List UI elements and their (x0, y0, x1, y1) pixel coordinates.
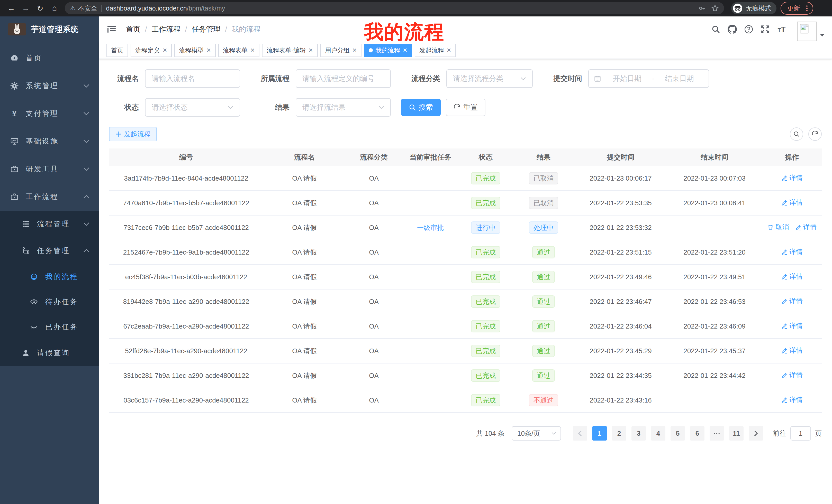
browser-menu-icon[interactable] (804, 5, 810, 11)
status-select[interactable]: 请选择状态 (145, 98, 240, 117)
prev-page-button[interactable] (573, 426, 587, 441)
detail-link[interactable]: 详情 (781, 395, 803, 404)
close-icon[interactable]: ✕ (250, 47, 255, 54)
goto-page-input[interactable]: 1 (790, 426, 811, 441)
breadcrumb-item[interactable]: 任务管理 (192, 24, 220, 34)
tab-process-form-edit[interactable]: 流程表单-编辑✕ (262, 44, 317, 57)
page-button-4[interactable]: 4 (651, 426, 666, 441)
font-size-icon[interactable]: TT (773, 25, 790, 34)
sidebar-item-my-process[interactable]: 我的流程 (0, 264, 99, 289)
sidebar-item-payment[interactable]: ¥支付管理 (0, 100, 99, 128)
close-icon[interactable]: ✕ (206, 47, 211, 54)
cancel-link[interactable]: 取消 (767, 223, 789, 232)
flow-icon (22, 247, 30, 255)
detail-link[interactable]: 详情 (781, 272, 803, 281)
header-search-icon[interactable] (707, 25, 724, 34)
start-process-button[interactable]: 发起流程 (109, 127, 157, 141)
next-page-button[interactable] (749, 426, 763, 441)
process-name-input[interactable]: 请输入流程名 (145, 69, 240, 88)
cell-end-time (667, 215, 762, 240)
sidebar-item-process-mgmt[interactable]: 流程管理 (0, 211, 99, 237)
detail-link[interactable]: 详情 (781, 297, 803, 306)
tab-home[interactable]: 首页 (106, 44, 128, 57)
breadcrumb-item[interactable]: 首页 (126, 24, 140, 34)
page-button-5[interactable]: 5 (671, 426, 685, 441)
sidebar-item-workflow[interactable]: 工作流程 (0, 183, 99, 211)
cell-status: 进行中 (459, 215, 513, 240)
detail-link[interactable]: 详情 (781, 346, 803, 355)
refresh-table-button[interactable] (808, 128, 822, 141)
page-button-6[interactable]: 6 (690, 426, 704, 441)
cell-result: 处理中 (513, 215, 574, 240)
bookmark-star-icon[interactable] (711, 4, 719, 12)
result-select[interactable]: 请选择流结果 (296, 98, 391, 117)
sidebar-item-system[interactable]: 系统管理 (0, 72, 99, 100)
help-icon[interactable] (740, 25, 757, 34)
parent-process-input[interactable]: 请输入流程定义的编号 (296, 69, 391, 88)
sidebar-item-home[interactable]: 首页 (0, 44, 99, 72)
tab-process-definition[interactable]: 流程定义✕ (131, 44, 172, 57)
sidebar-item-todo-tasks[interactable]: 待办任务 (0, 289, 99, 314)
browser-reload-icon[interactable]: ↻ (33, 2, 47, 15)
browser-forward-icon[interactable]: → (19, 2, 33, 15)
detail-link[interactable]: 详情 (781, 247, 803, 256)
sidebar-item-done-tasks[interactable]: 已办任务 (0, 314, 99, 340)
close-icon[interactable]: ✕ (402, 47, 407, 54)
cell-process-name: OA 请假 (263, 314, 345, 339)
status-badge: 已完成 (471, 394, 500, 407)
detail-link[interactable]: 详情 (795, 223, 816, 232)
cell-actions: 详情 (762, 388, 822, 413)
page-button-11[interactable]: 11 (729, 426, 744, 441)
reset-button[interactable]: 重置 (446, 99, 486, 116)
tab-my-process[interactable]: 我的流程✕ (364, 44, 412, 57)
url-path: /bpm/task/my (187, 5, 225, 12)
submit-time-range-picker[interactable]: 开始日期 - 结束日期 (588, 69, 709, 88)
cell-process-name: OA 请假 (263, 363, 345, 388)
browser-back-icon[interactable]: ← (4, 2, 19, 15)
more-pages-icon[interactable] (710, 426, 724, 441)
tab-process-form[interactable]: 流程表单✕ (218, 44, 259, 57)
tab-label: 流程模型 (179, 46, 204, 54)
tab-start-process[interactable]: 发起流程✕ (415, 44, 456, 57)
chrome-update-button[interactable]: 更新 (781, 2, 813, 15)
password-key-icon[interactable] (698, 4, 706, 12)
page-size-select[interactable]: 10条/页 (512, 426, 561, 441)
sidebar-item-infrastructure[interactable]: 基础设施 (0, 128, 99, 155)
breadcrumb-separator: / (185, 25, 187, 33)
close-icon[interactable]: ✕ (352, 47, 357, 54)
breadcrumb-item[interactable]: 工作流程 (152, 24, 181, 34)
sidebar-collapse-icon[interactable] (106, 24, 121, 34)
tab-user-group[interactable]: 用户分组✕ (320, 44, 362, 57)
table-toolbar: 发起流程 (109, 127, 822, 141)
close-icon[interactable]: ✕ (447, 47, 451, 54)
page-button-1[interactable]: 1 (592, 426, 607, 441)
sidebar-item-leave-query[interactable]: 请假查询 (0, 340, 99, 366)
detail-link[interactable]: 详情 (781, 173, 803, 183)
show-search-toggle-button[interactable] (790, 128, 803, 141)
sidebar-item-task-mgmt[interactable]: 任务管理 (0, 237, 99, 264)
current-task-link[interactable]: 一级审批 (417, 223, 444, 232)
search-button[interactable]: 搜索 (401, 99, 441, 116)
page-button-3[interactable]: 3 (631, 426, 646, 441)
cell-result: 通过 (513, 314, 574, 339)
avatar-caret-icon[interactable] (820, 33, 825, 37)
detail-link[interactable]: 详情 (781, 371, 803, 380)
browser-home-icon[interactable]: ⌂ (47, 2, 62, 15)
table-row: ec45f38f-7b9a-11ec-b03b-acde48001122OA 请… (109, 264, 822, 289)
page-button-2[interactable]: 2 (612, 426, 626, 441)
cell-status: 已完成 (459, 388, 513, 413)
category-select[interactable]: 请选择流程分类 (446, 69, 533, 88)
detail-link[interactable]: 详情 (781, 198, 803, 207)
close-icon[interactable]: ✕ (308, 47, 313, 54)
avatar[interactable] (797, 22, 816, 41)
breadcrumb: 首页/工作流程/任务管理/我的流程 (126, 24, 260, 34)
tab-process-model[interactable]: 流程模型✕ (174, 44, 215, 57)
close-icon[interactable]: ✕ (162, 47, 167, 54)
sidebar-item-dev-tools[interactable]: 研发工具 (0, 155, 99, 183)
github-icon[interactable] (724, 25, 740, 34)
detail-link[interactable]: 详情 (781, 321, 803, 330)
app-logo[interactable]: 芋道管理系统 (0, 17, 99, 42)
address-bar[interactable]: ⚠ 不安全 dashboard.yudao.iocoder.cn/bpm/tas… (65, 2, 724, 15)
fullscreen-icon[interactable] (757, 25, 773, 34)
cell-end-time: 2022-01-22 23:46:09 (667, 314, 762, 339)
